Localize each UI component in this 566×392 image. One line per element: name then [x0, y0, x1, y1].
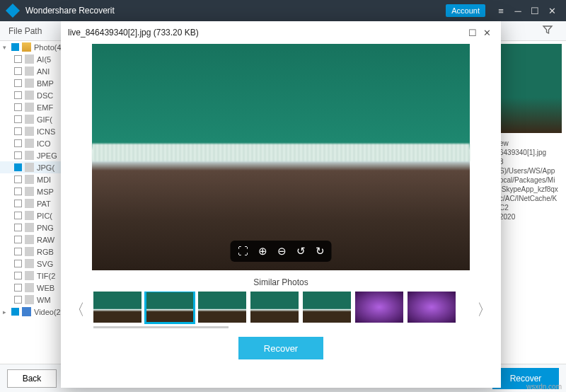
zoom-out-icon[interactable]: ⊖: [277, 245, 287, 258]
sidebar-item-label: EMF: [37, 103, 53, 112]
video-icon: [22, 307, 31, 316]
sidebar-item[interactable]: MDI: [0, 173, 70, 185]
checkbox[interactable]: [11, 43, 19, 51]
thumbnail[interactable]: [250, 292, 299, 323]
sidebar-item[interactable]: PAT: [0, 197, 70, 209]
checkbox[interactable]: [14, 224, 22, 231]
modal-close-icon[interactable]: ✕: [480, 25, 494, 40]
thumbnail[interactable]: [93, 292, 142, 323]
close-icon[interactable]: ✕: [543, 2, 560, 19]
checkbox[interactable]: [14, 151, 22, 159]
checkbox[interactable]: [14, 67, 22, 75]
checkbox[interactable]: [14, 127, 22, 135]
sidebar-item[interactable]: SVG: [0, 258, 70, 270]
checkbox[interactable]: [14, 236, 22, 243]
file-type-icon: [25, 163, 34, 172]
sidebar: ▾ Photo(4 AI(5ANIBMPDSCEMFGIF(ICNSICOJPE…: [0, 41, 71, 364]
maximize-icon[interactable]: ☐: [526, 2, 543, 19]
chevron-right-icon[interactable]: ▸: [3, 309, 8, 316]
sidebar-item-label: BMP: [37, 79, 54, 88]
sidebar-item[interactable]: JPEG: [0, 149, 70, 161]
checkbox[interactable]: [11, 308, 19, 316]
sidebar-item[interactable]: WEB: [0, 282, 70, 294]
sidebar-item[interactable]: DSC: [0, 89, 70, 101]
sidebar-item[interactable]: PIC(: [0, 209, 70, 221]
sidebar-item-label: MSP: [37, 188, 54, 196]
back-button[interactable]: Back: [7, 369, 57, 388]
checkbox[interactable]: [14, 200, 22, 207]
zoom-in-icon[interactable]: ⊕: [258, 245, 267, 258]
rotate-right-icon[interactable]: ↻: [316, 245, 325, 258]
sidebar-item[interactable]: WM: [0, 294, 70, 306]
app-logo: [6, 4, 20, 18]
thumbnail-selected[interactable]: [146, 292, 194, 323]
title-bar: Wondershare Recoverit Account ≡ ─ ☐ ✕: [0, 0, 566, 21]
sidebar-item-label: GIF(: [37, 115, 52, 124]
thumbnail-scrollbar[interactable]: [93, 326, 229, 328]
thumbnail[interactable]: [408, 292, 456, 323]
filter-icon[interactable]: [542, 24, 558, 38]
app-title: Wondershare Recoverit: [25, 6, 446, 16]
sidebar-item-label: SVG: [37, 260, 53, 268]
checkbox[interactable]: [14, 79, 22, 87]
sidebar-item[interactable]: EMF: [0, 101, 70, 113]
checkbox[interactable]: [14, 284, 22, 292]
sidebar-item[interactable]: JPG(: [0, 161, 70, 173]
checkbox[interactable]: [14, 188, 22, 195]
file-type-icon: [25, 247, 34, 256]
preview-image: ⛶ ⊕ ⊖ ↺ ↻: [92, 44, 470, 270]
carousel-next-icon[interactable]: 〉: [474, 299, 495, 321]
details-path-line: ocal/Packages/Mi: [499, 175, 563, 185]
sidebar-item[interactable]: PNG: [0, 221, 70, 234]
modal-maximize-icon[interactable]: ☐: [466, 25, 480, 40]
sidebar-item[interactable]: MSP: [0, 185, 70, 197]
details-date: 2020: [499, 212, 563, 221]
sidebar-item[interactable]: BMP: [0, 77, 70, 89]
folder-icon: [22, 42, 31, 52]
sidebar-item[interactable]: ICNS: [0, 125, 70, 137]
sidebar-item-label: WM: [37, 296, 51, 304]
sidebar-root-video[interactable]: ▸ Video(2: [0, 306, 70, 318]
sidebar-root-photo[interactable]: ▾ Photo(4: [0, 41, 70, 53]
checkbox[interactable]: [14, 139, 22, 147]
checkbox[interactable]: [14, 55, 22, 63]
modal-recover-button[interactable]: Recover: [238, 337, 323, 359]
checkbox[interactable]: [14, 175, 22, 183]
rotate-left-icon[interactable]: ↺: [296, 245, 306, 258]
fit-screen-icon[interactable]: ⛶: [238, 245, 248, 258]
checkbox[interactable]: [14, 91, 22, 99]
sidebar-item[interactable]: GIF(: [0, 113, 70, 125]
carousel-prev-icon[interactable]: 〈: [67, 299, 88, 321]
details-thumbnail: [499, 44, 562, 133]
checkbox[interactable]: [14, 212, 22, 219]
details-preview: ew: [499, 139, 563, 148]
sidebar-item[interactable]: AI(5: [0, 53, 70, 65]
sidebar-item[interactable]: ICO: [0, 137, 70, 149]
checkbox[interactable]: [14, 260, 22, 267]
sidebar-item[interactable]: TIF(2: [0, 270, 70, 282]
sidebar-item[interactable]: RAW: [0, 234, 70, 246]
checkbox[interactable]: [14, 103, 22, 111]
checkbox[interactable]: [14, 115, 22, 123]
sidebar-item[interactable]: ANI: [0, 65, 70, 77]
checkbox[interactable]: [14, 248, 22, 255]
file-type-icon: [25, 91, 34, 100]
thumbnail[interactable]: [198, 292, 246, 323]
checkbox[interactable]: [14, 296, 22, 304]
menu-icon[interactable]: ≡: [492, 2, 509, 19]
file-type-icon: [25, 79, 34, 88]
account-button[interactable]: Account: [446, 4, 485, 17]
details-path-line: S)/Users/WS/App: [499, 166, 563, 175]
file-type-icon: [25, 283, 34, 292]
chevron-down-icon[interactable]: ▾: [3, 44, 8, 51]
checkbox[interactable]: [14, 163, 22, 171]
sidebar-item[interactable]: RGB: [0, 246, 70, 258]
sidebar-item-label: PAT: [37, 200, 51, 208]
file-type-icon: [25, 259, 34, 268]
thumbnail[interactable]: [303, 292, 351, 323]
minimize-icon[interactable]: ─: [509, 2, 526, 19]
file-type-icon: [25, 139, 34, 148]
details-field: 3: [499, 157, 563, 166]
checkbox[interactable]: [14, 272, 22, 279]
thumbnail[interactable]: [355, 292, 403, 323]
